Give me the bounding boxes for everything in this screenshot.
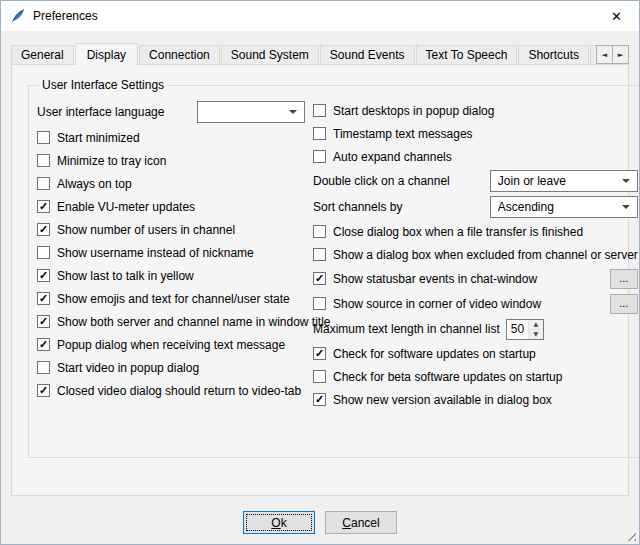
spin-up-button[interactable]: ▲ xyxy=(529,320,543,329)
display-tab-page: User Interface Settings User interface l… xyxy=(11,64,629,496)
checkbox-row-show-username-instead-of-nickname: Show username instead of nickname xyxy=(37,241,305,264)
checkbox-label[interactable]: Start desktops in popup dialog xyxy=(333,104,494,118)
tab-connection[interactable]: Connection xyxy=(139,45,220,65)
checkbox[interactable]: ✓ xyxy=(37,269,50,282)
tab-scroller: ◄ ► xyxy=(597,45,629,64)
check-icon: ✓ xyxy=(39,224,48,235)
checkbox-label[interactable]: Show username instead of nickname xyxy=(57,246,254,260)
more-options-button[interactable]: ... xyxy=(610,269,638,289)
checkbox[interactable] xyxy=(37,154,50,167)
double-click-select[interactable]: Join or leave xyxy=(490,170,638,192)
checkbox[interactable]: ✓ xyxy=(313,347,326,360)
checkbox-label[interactable]: Timestamp text messages xyxy=(333,127,473,141)
checkbox-label[interactable]: Check for software updates on startup xyxy=(333,347,536,361)
language-row: User interface language xyxy=(37,99,305,125)
window-title: Preferences xyxy=(33,9,98,23)
ok-button[interactable]: Ok xyxy=(243,511,315,534)
tab-sound-events[interactable]: Sound Events xyxy=(320,45,415,65)
sort-channels-row: Sort channels by Ascending xyxy=(313,194,638,220)
sort-channels-select[interactable]: Ascending xyxy=(490,196,638,218)
checkbox[interactable]: ✓ xyxy=(37,200,50,213)
checkbox[interactable] xyxy=(313,225,326,238)
tab-label: Sound System xyxy=(231,48,309,62)
checkbox-row-show-a-dialog-box-when-excluded-from-channel-or-server: Show a dialog box when excluded from cha… xyxy=(313,243,638,266)
checkbox[interactable] xyxy=(313,127,326,140)
tab-scroll-right-button[interactable]: ► xyxy=(612,45,629,64)
checkbox[interactable]: ✓ xyxy=(37,292,50,305)
checkbox[interactable]: ✓ xyxy=(37,315,50,328)
tab-general[interactable]: General xyxy=(11,45,74,65)
checkbox-label[interactable]: Show a dialog box when excluded from cha… xyxy=(333,248,638,262)
checkbox[interactable] xyxy=(313,150,326,163)
checkbox-row-show-number-of-users-in-channel: ✓ Show number of users in channel xyxy=(37,218,305,241)
checkbox-row-check-for-beta-software-updates-on-startup: Check for beta software updates on start… xyxy=(313,365,638,388)
right-mid-checkbox-list: Close dialog box when a file transfer is… xyxy=(313,220,638,266)
checkbox-row-close-dialog-box-when-a-file-transfer-is-finished: Close dialog box when a file transfer is… xyxy=(313,220,638,243)
checkbox-label[interactable]: Show source in corner of video window xyxy=(333,297,541,311)
check-icon: ✓ xyxy=(39,293,48,304)
checkbox[interactable]: ✓ xyxy=(37,223,50,236)
checkbox[interactable] xyxy=(313,248,326,261)
checkbox-label[interactable]: Show new version available in dialog box xyxy=(333,393,552,407)
tab-shortcuts[interactable]: Shortcuts xyxy=(518,45,589,65)
checkbox-label[interactable]: Popup dialog when receiving text message xyxy=(57,338,285,352)
checkbox[interactable]: ✓ xyxy=(37,384,50,397)
chevron-down-icon xyxy=(622,205,630,209)
titlebar: Preferences ✕ xyxy=(1,1,639,31)
cancel-button[interactable]: Cancel xyxy=(325,511,397,534)
checkbox-label[interactable]: Start video in popup dialog xyxy=(57,361,199,375)
tab-scroll-left-button[interactable]: ◄ xyxy=(596,45,613,64)
checkbox[interactable] xyxy=(37,131,50,144)
max-text-length-label: Maximum text length in channel list xyxy=(313,322,500,336)
checkbox-row-minimize-to-tray-icon: Minimize to tray icon xyxy=(37,149,305,172)
checkbox-label[interactable]: Start minimized xyxy=(57,131,140,145)
dialog-content: ◄ ► General Display Connection Sound Sys… xyxy=(1,31,639,544)
checkbox-label[interactable]: Show last to talk in yellow xyxy=(57,269,194,283)
tab-display[interactable]: Display xyxy=(75,43,138,65)
max-text-length-spinner[interactable]: 50 ▲ ▼ xyxy=(506,319,544,340)
checkbox[interactable] xyxy=(37,361,50,374)
checkbox-label[interactable]: Closed video dialog should return to vid… xyxy=(57,384,301,398)
checkbox[interactable] xyxy=(313,297,326,310)
double-click-label: Double click on a channel xyxy=(313,174,450,188)
checkbox[interactable] xyxy=(313,370,326,383)
right-bottom-checkbox-list: ✓ Check for software updates on startup … xyxy=(313,342,638,411)
checkbox-row-show-both-server-and-channel-name-in-window-title: ✓ Show both server and channel name in w… xyxy=(37,310,305,333)
checkbox-row-check-for-software-updates-on-startup: ✓ Check for software updates on startup xyxy=(313,342,638,365)
group-title: User Interface Settings xyxy=(39,78,167,92)
checkbox-label[interactable]: Show emojis and text for channel/user st… xyxy=(57,292,290,306)
checkbox-label[interactable]: Show both server and channel name in win… xyxy=(57,315,331,329)
checkbox[interactable]: ✓ xyxy=(37,338,50,351)
spin-up-icon: ▲ xyxy=(533,321,538,327)
checkbox-label[interactable]: Show statusbar events in chat-window xyxy=(333,272,537,286)
checkbox-row-start-minimized: Start minimized xyxy=(37,126,305,149)
left-column: User interface language Start minimized … xyxy=(37,99,305,411)
more-options-button[interactable]: ... xyxy=(610,294,638,314)
checkbox-label[interactable]: Show number of users in channel xyxy=(57,223,235,237)
checkbox[interactable] xyxy=(37,246,50,259)
check-icon: ✓ xyxy=(39,339,48,350)
checkbox-row-show-emojis-and-text-for-channel-user-state: ✓ Show emojis and text for channel/user … xyxy=(37,287,305,310)
chevron-down-icon xyxy=(622,179,630,183)
max-text-length-row: Maximum text length in channel list 50 ▲… xyxy=(313,316,638,342)
checkbox[interactable] xyxy=(37,177,50,190)
close-button[interactable]: ✕ xyxy=(594,1,639,31)
checkbox[interactable]: ✓ xyxy=(313,272,326,285)
left-checkbox-list: Start minimized Minimize to tray icon Al… xyxy=(37,126,305,402)
check-icon: ✓ xyxy=(39,385,48,396)
checkbox-label[interactable]: Auto expand channels xyxy=(333,150,452,164)
checkbox[interactable] xyxy=(313,104,326,117)
checkbox[interactable]: ✓ xyxy=(313,393,326,406)
checkbox-label[interactable]: Minimize to tray icon xyxy=(57,154,166,168)
language-label: User interface language xyxy=(37,105,164,119)
tab-text-to-speech[interactable]: Text To Speech xyxy=(416,45,518,65)
checkbox-label[interactable]: Always on top xyxy=(57,177,132,191)
combo-value: Ascending xyxy=(498,200,554,214)
tab-sound-system[interactable]: Sound System xyxy=(221,45,319,65)
check-icon: ✓ xyxy=(315,394,324,405)
checkbox-label[interactable]: Close dialog box when a file transfer is… xyxy=(333,225,583,239)
checkbox-label[interactable]: Check for beta software updates on start… xyxy=(333,370,562,384)
spin-down-button[interactable]: ▼ xyxy=(529,329,543,339)
language-select[interactable] xyxy=(197,101,305,123)
checkbox-label[interactable]: Enable VU-meter updates xyxy=(57,200,195,214)
